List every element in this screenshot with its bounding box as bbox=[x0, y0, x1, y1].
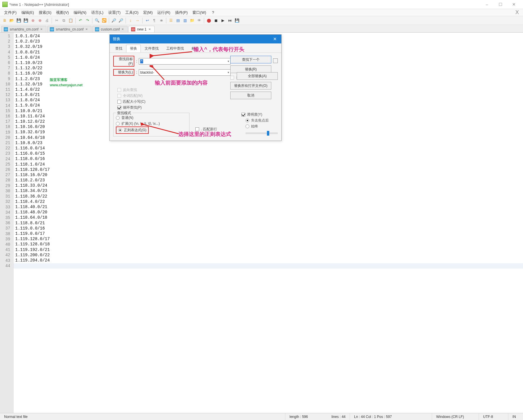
close-file-icon[interactable]: ⊗ bbox=[30, 18, 36, 23]
minimize-button[interactable]: – bbox=[480, 0, 494, 9]
file-tab[interactable]: ▭custom.conf✕ bbox=[92, 26, 128, 32]
file-tab[interactable]: ▭smartdns_cn.conf✕ bbox=[47, 26, 92, 32]
code-line[interactable]: 1.118.34.0/23 bbox=[15, 188, 523, 193]
show-all-chars-icon[interactable]: ¶ bbox=[151, 18, 157, 23]
menu-help[interactable]: ? bbox=[210, 10, 216, 15]
replace-icon[interactable]: 🔁 bbox=[101, 18, 107, 23]
code-line[interactable] bbox=[15, 263, 523, 268]
code-line[interactable]: 1.119.0.0/17 bbox=[15, 231, 523, 236]
doc-map-icon[interactable]: ▤ bbox=[175, 18, 181, 23]
find-next-checkbox[interactable] bbox=[273, 58, 278, 63]
code-line[interactable]: 1.118.16.0/20 bbox=[15, 172, 523, 178]
find-target-input[interactable]: ^ ▾ bbox=[139, 58, 231, 65]
menu-window[interactable]: 窗口(W) bbox=[190, 9, 209, 16]
file-tab-close-icon[interactable]: ✕ bbox=[40, 28, 44, 31]
zoom-out-icon[interactable]: 🔎 bbox=[118, 18, 124, 23]
find-icon[interactable]: 🔍 bbox=[94, 18, 100, 23]
sync-h-icon[interactable]: ↔ bbox=[135, 18, 141, 23]
menu-run[interactable]: 运行(R) bbox=[155, 9, 172, 16]
folder-icon[interactable]: 📁 bbox=[189, 18, 195, 23]
play-macro-icon[interactable]: ▶ bbox=[220, 18, 226, 23]
wrap-checkbox[interactable] bbox=[117, 106, 121, 109]
dialog-titlebar[interactable]: 替换 ✕ bbox=[110, 35, 281, 43]
on-lose-focus-radio[interactable] bbox=[246, 119, 249, 122]
transparency-checkbox[interactable] bbox=[241, 113, 245, 117]
file-tab[interactable]: ▭smartdns_cm.conf✕ bbox=[1, 26, 46, 32]
code-line[interactable]: 1.119.200.0/22 bbox=[15, 252, 523, 258]
code-line[interactable]: 1.118.128.0/17 bbox=[15, 167, 523, 172]
dropdown-icon[interactable]: ▾ bbox=[228, 71, 229, 74]
file-tab[interactable]: ▭new 1✕ bbox=[128, 26, 154, 32]
menu-encoding[interactable]: 编码(N) bbox=[71, 9, 89, 16]
menu-macro[interactable]: 宏(M) bbox=[141, 9, 155, 16]
code-line[interactable]: 1.116.0.0/15 bbox=[15, 151, 523, 156]
code-line[interactable]: 1.118.48.0/20 bbox=[15, 210, 523, 215]
menu-search[interactable]: 搜索(S) bbox=[36, 9, 54, 16]
monitor-icon[interactable]: 👁 bbox=[196, 18, 202, 23]
save-icon[interactable]: 💾 bbox=[16, 18, 22, 23]
file-tab-close-icon[interactable]: ✕ bbox=[148, 28, 152, 31]
cancel-button[interactable]: 取消 bbox=[230, 92, 271, 99]
code-line[interactable]: 1.119.192.0/21 bbox=[15, 247, 523, 252]
code-line[interactable]: 1.118.0.0/16 bbox=[15, 156, 523, 161]
indent-guide-icon[interactable]: ⩩ bbox=[158, 18, 164, 23]
wrap-icon[interactable]: ↩ bbox=[144, 18, 150, 23]
redo-icon[interactable]: ↷ bbox=[84, 18, 90, 23]
menu-tools[interactable]: 工具(O) bbox=[123, 9, 141, 16]
code-line[interactable]: 1.118.4.0/22 bbox=[15, 199, 523, 204]
match-case-checkbox[interactable] bbox=[117, 100, 121, 104]
undo-icon[interactable]: ↶ bbox=[77, 18, 83, 23]
find-next-button[interactable]: 查找下一个 bbox=[230, 56, 271, 63]
mode-normal-radio[interactable] bbox=[116, 116, 120, 120]
code-line[interactable]: 1.119.128.0/18 bbox=[15, 242, 523, 247]
save-all-icon[interactable]: 💾 bbox=[23, 18, 29, 23]
dialog-close-button[interactable]: ✕ bbox=[271, 36, 278, 43]
close-all-icon[interactable]: ⊗ bbox=[37, 18, 43, 23]
mode-extended-radio[interactable] bbox=[116, 122, 120, 126]
stop-macro-icon[interactable]: ◼ bbox=[213, 18, 219, 23]
code-line[interactable]: 1.118.8.0/21 bbox=[15, 220, 523, 226]
replace-all-open-button[interactable]: 替换所有打开文件(O) bbox=[230, 82, 271, 90]
menu-settings[interactable]: 设置(T) bbox=[106, 9, 123, 16]
zoom-in-icon[interactable]: 🔎 bbox=[111, 18, 117, 23]
cut-icon[interactable]: ✂ bbox=[54, 18, 60, 23]
code-line[interactable]: 1.118.64.0/18 bbox=[15, 215, 523, 220]
dialog-tab-replace[interactable]: 替换 bbox=[126, 45, 141, 53]
always-radio[interactable] bbox=[246, 124, 249, 128]
paste-icon[interactable]: 📋 bbox=[68, 18, 74, 23]
mode-regex-radio[interactable] bbox=[118, 128, 122, 132]
code-line[interactable]: 1.119.0.0/16 bbox=[15, 226, 523, 231]
menu-edit[interactable]: 编辑(E) bbox=[19, 9, 36, 16]
save-macro-icon[interactable]: 💾 bbox=[234, 18, 240, 23]
playback-multi-icon[interactable]: ⏭ bbox=[227, 18, 233, 23]
menu-close-x[interactable]: X bbox=[515, 9, 521, 16]
file-tab-close-icon[interactable]: ✕ bbox=[121, 28, 125, 31]
record-macro-icon[interactable]: ⬤ bbox=[206, 18, 212, 23]
func-list-icon[interactable]: ▥ bbox=[182, 18, 188, 23]
code-line[interactable]: 1.118.36.0/22 bbox=[15, 194, 523, 199]
code-line[interactable]: 1.118.1.0/24 bbox=[15, 162, 523, 167]
file-tab-close-icon[interactable]: ✕ bbox=[85, 28, 89, 31]
dropdown-icon[interactable]: ▾ bbox=[228, 60, 229, 63]
code-line[interactable]: 1.10.8.0/23 bbox=[15, 140, 523, 146]
sync-v-icon[interactable]: ↕ bbox=[128, 18, 133, 23]
dialog-tab-find[interactable]: 查找 bbox=[111, 45, 126, 53]
new-file-icon[interactable]: 🗎 bbox=[2, 18, 8, 23]
print-icon[interactable]: 🖨 bbox=[44, 18, 50, 23]
menu-plugins[interactable]: 插件(P) bbox=[173, 9, 190, 16]
code-line[interactable]: 1.116.0.0/14 bbox=[15, 146, 523, 151]
code-line[interactable]: 1.119.204.0/24 bbox=[15, 258, 523, 263]
replace-all-button[interactable]: 全部替换(A) bbox=[237, 72, 278, 80]
close-button[interactable]: ✕ bbox=[507, 0, 521, 9]
transparency-slider[interactable] bbox=[246, 132, 278, 134]
open-file-icon[interactable]: 📂 bbox=[9, 18, 15, 23]
menu-language[interactable]: 语言(L) bbox=[89, 9, 106, 16]
backward-checkbox[interactable] bbox=[117, 88, 121, 92]
code-line[interactable]: 1.118.33.0/24 bbox=[15, 183, 523, 188]
maximize-button[interactable]: ☐ bbox=[494, 0, 507, 9]
code-line[interactable]: 1.118.40.0/21 bbox=[15, 204, 523, 210]
code-line[interactable]: 1.119.128.0/17 bbox=[15, 236, 523, 242]
whole-word-checkbox[interactable] bbox=[117, 94, 121, 98]
menu-file[interactable]: 文件(F) bbox=[2, 9, 19, 16]
menu-view[interactable]: 视图(V) bbox=[54, 9, 71, 16]
